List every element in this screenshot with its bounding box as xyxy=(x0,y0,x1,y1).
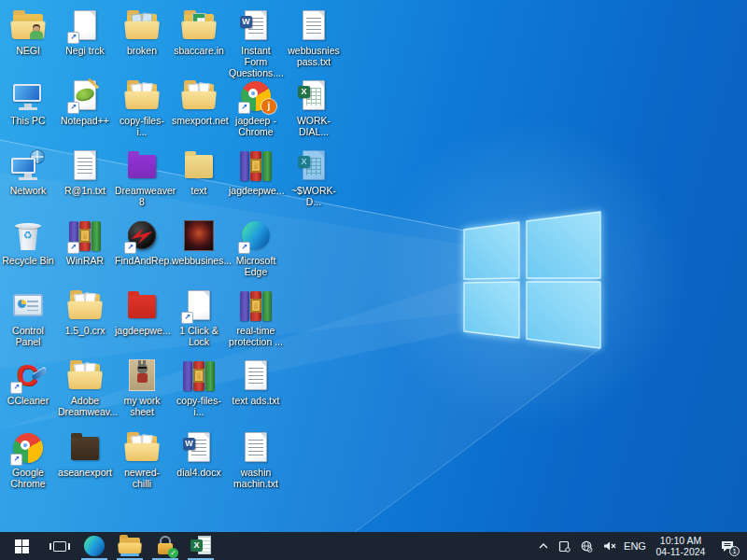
ff xyxy=(124,91,160,109)
desktop-icon-aseanexport[interactable]: aseanexport xyxy=(58,431,112,478)
desktop-icon-dial4-docx[interactable]: dial4.docx xyxy=(172,431,226,478)
folder-docs-icon xyxy=(123,79,161,113)
desktop-icon-this-pc[interactable]: This PC xyxy=(1,79,55,126)
mon-base xyxy=(19,107,37,110)
desktop-icon-instant-form-questions[interactable]: Instant Form Questions.... xyxy=(229,9,283,78)
icon-label: WinRAR xyxy=(58,255,112,266)
chrome-icon: j xyxy=(237,79,275,113)
desktop-icon-negi[interactable]: NEGI xyxy=(1,9,55,56)
ch-in xyxy=(248,89,258,98)
desktop-icon-jagdeepwe[interactable]: jagdeepwe... xyxy=(229,149,283,196)
desktop-icon-1-click-lock[interactable]: 1 Click & Lock xyxy=(172,289,226,347)
desktop-icon-negi-trck[interactable]: Negi trck xyxy=(58,9,112,56)
task-view-button[interactable] xyxy=(43,532,77,560)
desktop-icon-network[interactable]: Network xyxy=(1,149,55,196)
fc xyxy=(128,155,156,178)
folder-excel-icon xyxy=(180,9,218,43)
desktop-icon-webbusnies-pass-txt[interactable]: webbusnies pass.txt xyxy=(287,9,341,67)
mon xyxy=(11,158,35,174)
desktop-icon-broken[interactable]: broken xyxy=(115,9,169,56)
desktop-icon-smexport-net[interactable]: smexport.net xyxy=(172,79,226,126)
network-tray-button[interactable] xyxy=(575,532,598,560)
doc-badge xyxy=(183,438,195,450)
taskbar-edge-button[interactable] xyxy=(77,532,112,560)
fc xyxy=(128,295,156,318)
xl-x xyxy=(190,539,203,552)
icon-label: washin machin.txt xyxy=(229,467,283,489)
desktop-icon-microsoft-edge[interactable]: Microsoft Edge xyxy=(229,219,283,277)
action-center-button[interactable]: 1 xyxy=(712,532,743,560)
desktop-icon-1-5-0-crx[interactable]: 1.5_0.crx xyxy=(58,289,112,336)
ff xyxy=(181,91,217,109)
winrar-icon xyxy=(180,359,218,393)
speaker-muted-icon xyxy=(602,540,616,552)
display-tray-button[interactable] xyxy=(553,532,575,560)
word-doc-icon xyxy=(180,431,218,465)
desktop-icon-text-ads-txt[interactable]: text ads.txt xyxy=(229,359,283,406)
cp-pie xyxy=(18,300,26,308)
desktop-icon-winrar[interactable]: WinRAR xyxy=(58,219,112,266)
start-button[interactable] xyxy=(0,532,43,560)
icon-label: Instant Form Questions.... xyxy=(229,45,283,78)
icon-label: real-time protection ... xyxy=(229,325,283,347)
control-panel-icon xyxy=(9,289,47,323)
wrb xyxy=(183,361,192,391)
icon-label: text ads.txt xyxy=(229,395,283,406)
word-doc-icon xyxy=(237,9,275,43)
icon-label: broken xyxy=(115,45,169,56)
desktop-icon-recycle-bin[interactable]: ♻Recycle Bin xyxy=(1,219,55,266)
desktop-icon-washin-machin-txt[interactable]: washin machin.txt xyxy=(229,431,283,489)
r-head xyxy=(137,364,148,373)
desktop-icon-webbusines[interactable]: webbusines... xyxy=(172,219,226,266)
desktop-icon-newred-chilli[interactable]: newred-chilli xyxy=(115,431,169,489)
desktop-icon-control-panel[interactable]: Control Panel xyxy=(1,289,55,347)
taskbar-folder-lock-button[interactable] xyxy=(148,532,183,560)
desktop-icon-real-time-protection[interactable]: real-time protection ... xyxy=(229,289,283,347)
clock[interactable]: 10:10 AM 04-11-2024 xyxy=(650,532,712,560)
desktop-icon-work-dial[interactable]: WORK-DIAL... xyxy=(287,79,341,137)
folder-docs-icon xyxy=(66,359,104,393)
volume-tray-button[interactable] xyxy=(598,532,620,560)
language-indicator[interactable]: ENG xyxy=(620,532,650,560)
file-shortcut-icon xyxy=(180,289,218,323)
desktop-icon-notepad[interactable]: Notepad++ xyxy=(58,79,112,126)
taskbar-explorer-button[interactable] xyxy=(112,532,148,560)
desktop-icon-text[interactable]: text xyxy=(172,149,226,196)
windows-desktop: { "colors": { "taskbar_bg": "#1b2531", "… xyxy=(0,0,747,560)
edge xyxy=(242,221,270,249)
desktop-icon-copy-files-i[interactable]: copy-files-i... xyxy=(172,359,226,417)
desktop-icon-sbaccare-in[interactable]: sbaccare.in xyxy=(172,9,226,56)
findandreplace-icon xyxy=(123,219,161,253)
wr-buckle xyxy=(79,229,91,243)
windows-start-icon xyxy=(15,539,29,553)
desktop-icon-dreamweaver-8[interactable]: Dreamweaver 8 xyxy=(115,149,169,207)
ff xyxy=(67,301,103,319)
p-body xyxy=(30,31,43,39)
desktop-icon-jagdeep-chrome[interactable]: jjagdeep - Chrome xyxy=(229,79,283,137)
desktop[interactable]: NEGINegi trckbrokensbaccare.inInstant Fo… xyxy=(0,0,747,532)
ch-in xyxy=(21,441,30,450)
desktop-icon-my-work-sheet[interactable]: my work sheet xyxy=(115,359,169,417)
taskbar-excel-button[interactable] xyxy=(183,532,218,560)
icon-label: Control Panel xyxy=(1,325,55,347)
desktop-icon-copy-files-i[interactable]: copy-files-i... xyxy=(115,79,169,137)
wr xyxy=(69,221,101,251)
te-clip xyxy=(120,553,139,556)
desktop-icon-jagdeepwe[interactable]: jagdeepwe... xyxy=(115,289,169,336)
desktop-icon-findandrep[interactable]: FindAndRep... xyxy=(115,219,169,266)
desktop-icon-r-1n-txt[interactable]: R@1n.txt xyxy=(58,149,112,196)
desktop-icon-google-chrome[interactable]: Google Chrome xyxy=(1,431,55,489)
clock-time: 10:10 AM xyxy=(660,535,701,546)
icon-label: text xyxy=(172,185,226,196)
icon-label: Negi trck xyxy=(58,45,112,56)
recycle-bin-icon: ♻ xyxy=(9,219,47,253)
show-hidden-icons-button[interactable] xyxy=(534,532,553,560)
desktop-icon-work-d[interactable]: ~$WORK-D... xyxy=(287,149,341,207)
desktop-icon-ccleaner[interactable]: CCleaner xyxy=(1,359,55,406)
page xyxy=(74,150,96,180)
folder-lock-icon xyxy=(154,535,176,557)
network-icon xyxy=(9,149,47,183)
taskbar: ENG 10:10 AM 04-11-2024 1 xyxy=(0,532,747,560)
ff xyxy=(67,371,103,389)
desktop-icon-adobe-dreamweav[interactable]: Adobe Dreamweav... xyxy=(58,359,112,417)
